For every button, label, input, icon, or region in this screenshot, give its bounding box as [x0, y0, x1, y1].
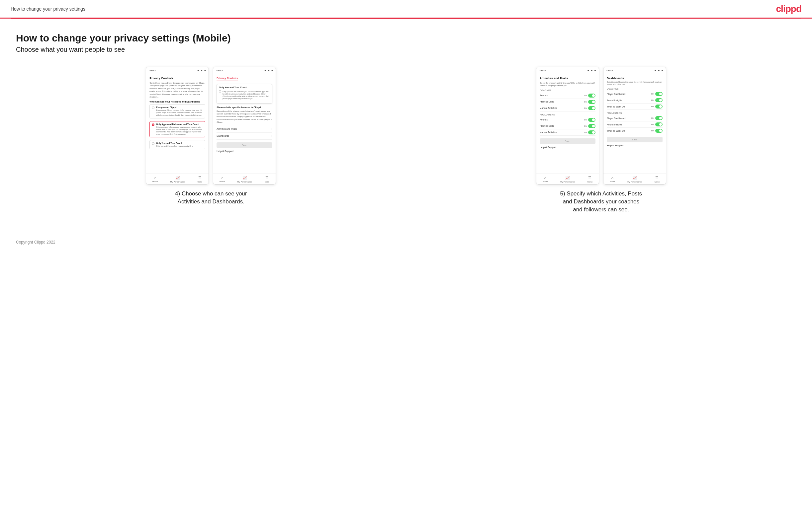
footer-copyright: Copyright Clippd 2022 — [0, 233, 812, 251]
round-insights-toggle-coaches-switch[interactable] — [655, 98, 663, 102]
option-approved[interactable]: Only Approved Followers and Your Coach O… — [149, 121, 205, 138]
what-to-work-on-toggle-followers-switch[interactable] — [655, 129, 663, 133]
settings-icon[interactable]: ● — [204, 69, 206, 72]
breadcrumb: How to change your privacy settings — [11, 6, 85, 12]
nav-menu-3[interactable]: ☰ Menu — [588, 176, 593, 183]
profile-icon-3[interactable]: ● — [591, 69, 593, 72]
profile-icon-2[interactable]: ● — [268, 69, 269, 72]
chart-icon-2: 📈 — [243, 176, 247, 180]
dashboards-menu-item[interactable]: Dashboards › — [216, 133, 272, 140]
search-icon-4[interactable]: ● — [654, 69, 656, 72]
manual-activities-toggle-coaches-switch[interactable] — [588, 106, 596, 110]
rounds-toggle-followers-switch[interactable] — [588, 118, 596, 122]
player-dashboard-toggle-coaches-switch[interactable] — [655, 92, 663, 96]
back-button-1[interactable]: ‹ Back — [149, 69, 156, 72]
rounds-toggle-coaches-switch[interactable] — [588, 94, 596, 98]
player-dashboard-toggle-coaches-ctrl: ON — [651, 92, 663, 96]
section-left: ‹ Back ● ● ● Privacy Controls Control ho… — [16, 67, 406, 206]
manual-activities-toggle-followers: Manual Activities ON — [540, 129, 596, 136]
settings-icon-2[interactable]: ● — [271, 69, 273, 72]
back-button-2[interactable]: ‹ Back — [216, 69, 223, 72]
phone-3-body: Activities and Posts Select the types of… — [536, 74, 599, 174]
radio-only-you[interactable] — [152, 143, 154, 145]
nav-menu-2[interactable]: ☰ Menu — [264, 176, 269, 183]
caption-left: 4) Choose who can see your Activities an… — [168, 184, 254, 206]
top-bar: How to change your privacy settings clip… — [0, 0, 812, 18]
save-button-2[interactable]: Save — [216, 143, 272, 148]
activities-menu-item[interactable]: Activities and Posts › — [216, 126, 272, 133]
rounds-toggle-coaches-ctrl: ON — [584, 94, 596, 98]
practice-drills-toggle-coaches-ctrl: ON — [584, 100, 596, 104]
settings-icon-4[interactable]: ● — [661, 69, 663, 72]
nav-menu-1[interactable]: ☰ Menu — [197, 176, 202, 183]
header-icons-2: ● ● ● — [264, 69, 273, 72]
radio-approved[interactable] — [152, 123, 154, 126]
popup-box: Only You and Your Coach Only you and the… — [216, 84, 272, 104]
page-title: How to change your privacy settings (Mob… — [16, 33, 796, 44]
option-everyone[interactable]: Everyone on Clippd Everyone on Clippd ca… — [149, 104, 205, 118]
activities-posts-desc: Select the types of activity that you'd … — [540, 81, 596, 87]
menu-icon-2: ☰ — [265, 176, 269, 180]
what-to-work-on-toggle-followers: What To Work On ON — [607, 128, 663, 134]
profile-icon[interactable]: ● — [201, 69, 202, 72]
manual-activities-toggle-followers-switch[interactable] — [588, 130, 596, 134]
what-to-work-on-label-coaches: What To Work On — [607, 106, 625, 108]
round-insights-toggle-followers-switch[interactable] — [655, 122, 663, 126]
nav-home-3[interactable]: ⌂ Home — [543, 176, 548, 183]
followers-label-4: FOLLOWERS — [607, 112, 663, 114]
nav-performance-1[interactable]: 📈 My Performance — [170, 176, 185, 183]
rounds-toggle-followers-ctrl: ON — [584, 118, 596, 122]
phone-1-footer: ⌂ Home 📈 My Performance ☰ Menu — [146, 174, 209, 184]
profile-icon-4[interactable]: ● — [658, 69, 660, 72]
followers-label-3: FOLLOWERS — [540, 113, 596, 116]
back-button-4[interactable]: ‹ Back — [606, 69, 613, 72]
practice-drills-toggle-coaches-switch[interactable] — [588, 100, 596, 104]
phone-3-footer: ⌂ Home 📈 My Performance ☰ Menu — [536, 174, 599, 184]
what-to-work-on-toggle-coaches-switch[interactable] — [655, 105, 663, 109]
what-to-work-on-toggle-coaches-ctrl: ON — [651, 105, 663, 109]
show-hide-desc: Regardless of the privacy controls that … — [216, 110, 272, 124]
chart-icon-3: 📈 — [565, 176, 570, 180]
phone-4-header: ‹ Back ● ● ● — [603, 67, 666, 74]
radio-everyone[interactable] — [152, 107, 154, 109]
save-button-4[interactable]: Save — [607, 137, 663, 143]
who-can-see-title: Who Can See Your Activities and Dashboar… — [149, 101, 205, 103]
back-button-3[interactable]: ‹ Back — [539, 69, 546, 72]
header-icons-1: ● ● ● — [197, 69, 206, 72]
nav-home-2[interactable]: ⌂ Home — [219, 176, 225, 183]
popup-radio — [219, 90, 221, 93]
nav-menu-4[interactable]: ☰ Menu — [655, 176, 660, 183]
phones-group-left: ‹ Back ● ● ● Privacy Controls Control ho… — [146, 67, 276, 184]
activities-posts-title: Activities and Posts — [540, 77, 596, 80]
settings-icon-3[interactable]: ● — [594, 69, 596, 72]
option-approved-desc: Only approved followers and coaches you … — [156, 126, 203, 136]
nav-performance-3[interactable]: 📈 My Performance — [560, 176, 575, 183]
player-dashboard-toggle-coaches: Player Dashboard ON — [607, 91, 663, 97]
chevron-left-icon-4: ‹ — [606, 69, 607, 72]
search-icon-2[interactable]: ● — [264, 69, 266, 72]
popup-title: Only You and Your Coach — [219, 86, 270, 89]
nav-performance-4[interactable]: 📈 My Performance — [627, 176, 642, 183]
search-icon-3[interactable]: ● — [587, 69, 589, 72]
chart-icon-4: 📈 — [632, 176, 637, 180]
nav-home-4[interactable]: ⌂ Home — [610, 176, 615, 183]
save-button-3[interactable]: Save — [540, 138, 596, 144]
popup-radio-row: Only you and the coaches you connect wit… — [219, 90, 270, 100]
option-only-you[interactable]: Only You and Your Coach Only you and the… — [149, 140, 205, 149]
page-subtitle: Choose what you want people to see — [16, 46, 796, 53]
rounds-label-coaches: Rounds — [540, 94, 548, 97]
nav-home-1[interactable]: ⌂ Home — [152, 176, 158, 183]
privacy-controls-tab[interactable]: Privacy Controls — [216, 77, 238, 81]
logo: clippd — [776, 4, 801, 14]
round-insights-toggle-coaches: Round Insights ON — [607, 97, 663, 104]
popup-text: Only you and the coaches you connect wit… — [222, 91, 270, 100]
chart-icon: 📈 — [175, 176, 180, 180]
manual-activities-label-followers: Manual Activities — [540, 131, 557, 133]
practice-drills-toggle-followers-ctrl: ON — [584, 124, 596, 128]
chevron-left-icon-3: ‹ — [539, 69, 540, 72]
search-icon[interactable]: ● — [197, 69, 199, 72]
player-dashboard-toggle-followers-switch[interactable] — [655, 116, 663, 120]
nav-performance-2[interactable]: 📈 My Performance — [238, 176, 252, 183]
practice-drills-toggle-followers-switch[interactable] — [588, 124, 596, 128]
header-icons-3: ● ● ● — [587, 69, 596, 72]
